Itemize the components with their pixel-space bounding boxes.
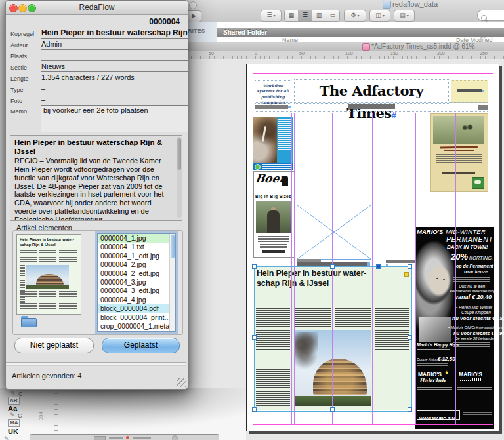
file-list-scrollbar-thumb[interactable]	[171, 235, 175, 258]
finder-filearea-top	[217, 22, 504, 28]
list-item[interactable]: crop_0000004_1.meta	[98, 322, 175, 330]
plaats-field[interactable]: –	[41, 50, 188, 61]
field-row-auteur: Auteur Admin	[10, 39, 183, 50]
caret-icon: ▾	[358, 14, 360, 18]
finder-sidebar: RITES	[186, 22, 217, 42]
field-label: Lengte	[10, 75, 29, 82]
action-menu-button[interactable]: ⚙▾	[344, 10, 366, 22]
list-item[interactable]: 0000004_1.txt	[98, 243, 175, 251]
background-window-fragment	[30, 434, 219, 440]
ruler-number: 0	[255, 51, 257, 56]
column-guide	[453, 113, 453, 425]
field-row-foto: Foto –	[10, 95, 183, 106]
redaflow-titlebar[interactable]: RedaFlow	[6, 1, 188, 15]
minimize-button[interactable]	[18, 4, 27, 12]
view-icon-grid[interactable]: ▦	[285, 10, 299, 21]
field-label: Kopregel	[10, 31, 34, 37]
selection-handle[interactable]	[252, 407, 257, 412]
preview-scrollbar-thumb[interactable]	[177, 138, 181, 170]
sidebar-item-fragment	[188, 37, 213, 40]
selection-handle[interactable]	[330, 407, 335, 412]
list-item[interactable]: 0000004_1.jpg	[98, 234, 175, 243]
dropbox-menu-button[interactable]: ◫▾	[369, 10, 390, 22]
redaflow-window[interactable]: RedaFlow 0000004 Kopregel Hein Pieper in…	[5, 0, 188, 390]
list-item[interactable]: 0000004_3.jpg	[98, 278, 175, 287]
fragment-widget	[94, 436, 106, 440]
selection-handle[interactable]	[408, 335, 412, 340]
zoom-button[interactable]	[28, 4, 36, 12]
content-grabber-handle[interactable]	[404, 272, 409, 277]
selection-handle[interactable]	[330, 264, 335, 269]
view-icon-coverflow[interactable]: ▭	[326, 10, 339, 21]
field-row-plaats: Plaats –	[10, 50, 183, 61]
text-lines	[20, 250, 37, 262]
list-item[interactable]: 0000004_1_edt.jpg	[98, 252, 175, 260]
view-segmented-control[interactable]: ▦ ☰ ▥ ▭	[284, 10, 340, 22]
list-item[interactable]: block_0000004_print....	[98, 313, 175, 322]
list-item[interactable]: block_0000004.pdf	[98, 304, 175, 313]
list-item[interactable]: 0000004_4.jpg	[98, 296, 175, 304]
search-input[interactable]	[477, 10, 504, 21]
resize-grip[interactable]	[177, 378, 186, 387]
selection-handle[interactable]	[252, 335, 257, 340]
geplaatst-button[interactable]: Geplaatst	[102, 338, 180, 353]
fragment-text: C	[18, 412, 22, 419]
view-icon-columns[interactable]: ▥	[312, 10, 326, 21]
selection-handle[interactable]	[408, 407, 412, 412]
caret-icon: ▾	[407, 14, 409, 18]
kopregel-field[interactable]: Hein Pieper in bestuur waterschap Rijn I…	[41, 28, 188, 39]
selection-handle[interactable]	[252, 264, 257, 269]
list-item[interactable]: 0000004_3_edt.jpg	[98, 287, 175, 295]
ruler-number: 50	[299, 51, 304, 56]
forward-icon: ▶	[192, 12, 196, 19]
status-text: Artikelen gevonden: 4	[12, 372, 81, 380]
document-page[interactable]: Workflow systems for all publishing comp…	[246, 64, 499, 431]
list-item[interactable]: 0000004_2_edt.jpg	[98, 270, 175, 278]
memo-field[interactable]: bij voorkeur een 2e foto plaatsen	[41, 106, 188, 132]
list-item[interactable]: 0000004_2.jpg	[98, 260, 175, 269]
background-patch	[0, 388, 246, 440]
article-thumbnail[interactable]: Hein Pieper in bestuur water- schap Rijn…	[16, 234, 81, 315]
finder-toolbar-collapse-button[interactable]	[189, 1, 197, 9]
article-id: 0000004	[149, 17, 180, 26]
text-lines	[59, 291, 77, 310]
field-label: Plaats	[10, 53, 27, 60]
box-icon: ◫	[375, 12, 381, 18]
sectie-field[interactable]: Nieuws	[41, 62, 188, 72]
forward-button[interactable]: ▶	[186, 10, 201, 22]
ruler-number: 200	[437, 51, 445, 56]
type-field[interactable]: –	[41, 84, 188, 94]
file-list[interactable]: 0000004_1.jpg 0000004_1.txt 0000004_1_ed…	[97, 233, 176, 332]
pencil-icon: ✎	[4, 435, 9, 440]
text-lines	[59, 250, 77, 262]
item-menu-button[interactable]: ☰▾	[261, 10, 282, 22]
article-preview[interactable]: Hein Pieper in bestuur waterschap Rijn &…	[10, 135, 182, 221]
view-icon-list[interactable]: ☰	[299, 10, 312, 21]
arrange-menu-button[interactable]: ▤▾	[394, 10, 415, 22]
ruler-number: 250	[480, 51, 488, 56]
field-label: Type	[10, 87, 24, 93]
selection-handle-active[interactable]	[376, 264, 381, 269]
selection-handle[interactable]	[408, 264, 412, 269]
auteur-field[interactable]: Admin	[41, 39, 188, 50]
fragment-badge-ma: MA	[8, 419, 20, 427]
finder-window-title: redaflow_data	[392, 0, 438, 8]
selection-frame[interactable]	[254, 266, 412, 412]
niet-geplaatst-button[interactable]: Niet geplaatst	[14, 338, 94, 353]
menu-lines-icon: ☰	[266, 12, 272, 18]
foto-field[interactable]: –	[41, 95, 188, 106]
text-lines	[39, 291, 56, 310]
finder-proxy-folder-icon	[383, 1, 391, 9]
caret-icon: ▾	[274, 14, 276, 18]
fragment-badge-ar: AR	[8, 397, 20, 405]
close-button[interactable]	[9, 4, 18, 12]
file-list-scrollbar[interactable]	[169, 234, 175, 331]
folder-icon[interactable]	[21, 316, 37, 327]
text-lines	[39, 250, 56, 262]
text-lines	[20, 291, 37, 310]
ruler-number: 150	[390, 51, 398, 56]
preview-scrollbar[interactable]	[177, 137, 182, 218]
indesign-doc-title: *AdFactory Times_cs5.indd @ 61%	[371, 43, 474, 50]
preview-title: Hein Pieper in bestuur waterschap Rijn &…	[10, 136, 182, 157]
shared-folder-label: Shared Folder	[223, 29, 267, 36]
